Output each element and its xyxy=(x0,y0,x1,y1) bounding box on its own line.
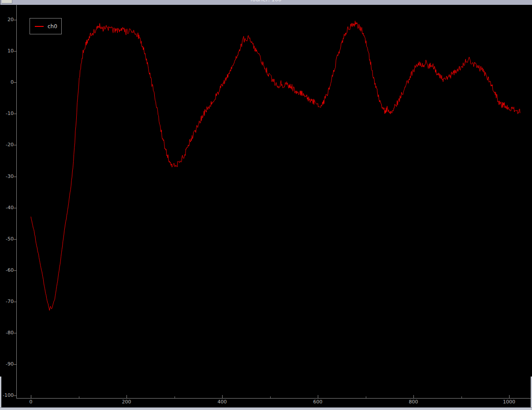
window-titlebar[interactable]: fourier: 100 xyxy=(0,0,532,5)
y-tick-label: -100 xyxy=(0,392,14,398)
y-tick xyxy=(14,114,17,114)
plot-window: fourier: 100 20100-10-20-30-40-50-60-70-… xyxy=(0,0,532,410)
x-tick xyxy=(31,395,31,398)
x-minor-tick xyxy=(461,396,462,398)
y-tick xyxy=(14,82,17,83)
y-tick-label: -60 xyxy=(0,267,14,273)
y-tick-label: -80 xyxy=(0,330,14,336)
x-minor-tick xyxy=(79,396,79,398)
y-tick-label: -10 xyxy=(0,111,14,116)
y-tick xyxy=(14,364,17,365)
legend[interactable]: ch0 xyxy=(30,18,62,34)
window-title: fourier: 100 xyxy=(0,0,532,2)
y-tick-label: 20 xyxy=(0,17,14,22)
x-tick-label: 400 xyxy=(212,399,232,405)
y-tick-label: -30 xyxy=(0,174,14,179)
y-axis-line xyxy=(16,4,17,398)
series-ch0-path xyxy=(31,21,520,311)
y-tick-label: 10 xyxy=(0,48,14,54)
y-tick-label: -50 xyxy=(0,236,14,242)
y-tick xyxy=(14,302,17,302)
resize-grip-left[interactable] xyxy=(0,377,1,410)
legend-label: ch0 xyxy=(48,24,57,29)
y-tick xyxy=(14,177,17,177)
y-tick xyxy=(14,208,17,208)
signal-plot xyxy=(0,5,532,407)
y-tick xyxy=(14,395,17,396)
x-tick-label: 200 xyxy=(117,399,136,405)
x-tick xyxy=(413,395,414,398)
x-tick-label: 0 xyxy=(21,399,41,405)
plot-area[interactable]: 20100-10-20-30-40-50-60-70-80-90-100 020… xyxy=(0,5,532,407)
x-tick xyxy=(509,395,510,398)
y-tick-label: -90 xyxy=(0,361,14,367)
y-tick xyxy=(14,333,17,333)
x-axis-line xyxy=(16,398,532,399)
x-tick-label: 1000 xyxy=(499,399,519,405)
y-tick xyxy=(14,20,17,20)
x-minor-tick xyxy=(175,396,175,398)
x-tick-label: 800 xyxy=(404,399,423,405)
y-tick xyxy=(14,145,17,145)
x-minor-tick xyxy=(366,396,366,398)
y-tick xyxy=(14,270,17,271)
x-tick xyxy=(222,395,223,398)
y-tick xyxy=(14,239,17,240)
x-tick-label: 600 xyxy=(308,399,327,405)
x-minor-tick xyxy=(270,396,271,398)
y-tick xyxy=(14,51,17,52)
x-tick xyxy=(318,395,318,398)
y-tick-label: -70 xyxy=(0,299,14,304)
y-tick-label: -20 xyxy=(0,142,14,148)
x-tick xyxy=(126,395,127,398)
y-tick-label: 0 xyxy=(0,79,14,85)
bottom-resize-handle[interactable] xyxy=(0,407,532,410)
legend-line-sample xyxy=(35,26,44,27)
y-tick-label: -40 xyxy=(0,205,14,211)
